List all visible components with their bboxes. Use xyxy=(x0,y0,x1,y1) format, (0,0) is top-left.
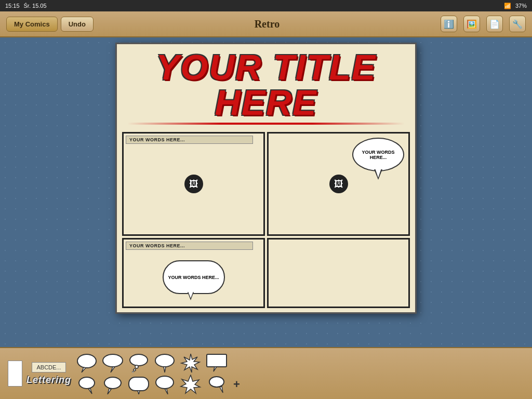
status-time: 15:15 xyxy=(5,3,20,9)
round-bubble-3[interactable] xyxy=(75,375,98,394)
comic-panel-2[interactable]: YOUR WORDS HERE... xyxy=(267,132,410,236)
small-round-bubble[interactable] xyxy=(205,375,228,394)
svg-point-8 xyxy=(155,354,174,367)
thought-bubble[interactable] xyxy=(127,353,150,373)
svg-point-7 xyxy=(132,371,134,373)
info-icon: ℹ️ xyxy=(444,19,454,29)
add-bubble-button[interactable]: + xyxy=(233,378,240,391)
panel-3-caption[interactable]: YOUR WORDS HERE... xyxy=(126,242,253,250)
star-burst-bubble[interactable] xyxy=(179,375,202,394)
svg-point-19 xyxy=(156,376,174,389)
rect-caption-bubble[interactable] xyxy=(127,375,150,394)
spiky-bubble-2[interactable] xyxy=(153,375,176,394)
svg-point-13 xyxy=(79,377,95,389)
panel-2-speech-bubble[interactable]: YOUR WORDS HERE... xyxy=(352,138,404,171)
svg-marker-3 xyxy=(111,367,115,373)
round-bubble-1[interactable] xyxy=(75,353,98,373)
svg-marker-16 xyxy=(108,389,111,394)
battery-indicator: 37% xyxy=(515,3,527,9)
text-tools: ABCDE... Lettering xyxy=(26,362,71,385)
svg-point-2 xyxy=(103,354,123,367)
svg-marker-23 xyxy=(220,387,223,393)
bubble-row-1 xyxy=(75,353,240,373)
rect-bubble[interactable] xyxy=(205,353,228,373)
oval-bubble-2[interactable] xyxy=(101,375,124,394)
bottom-panels-row: YOUR WORDS HERE... YOUR WORDS HERE... xyxy=(122,238,410,308)
my-comics-button[interactable]: My Comics xyxy=(6,17,58,32)
undo-button[interactable]: Undo xyxy=(61,17,94,32)
info-button[interactable]: ℹ️ xyxy=(441,16,457,32)
wrench-icon: 🔧 xyxy=(512,19,523,29)
toolbar: My Comics Undo Retro ℹ️ 🖼️ 📄 🔧 xyxy=(0,11,532,37)
page-title: Retro xyxy=(255,18,280,30)
panel-1-image-placeholder[interactable] xyxy=(184,175,203,193)
blank-page-item[interactable] xyxy=(8,361,22,387)
spiky-bubble-1[interactable] xyxy=(153,353,176,373)
comic-panel-1[interactable]: YOUR WORDS HERE... xyxy=(122,132,265,236)
svg-point-6 xyxy=(134,369,136,371)
svg-marker-20 xyxy=(165,389,168,394)
round-bubble-2[interactable] xyxy=(101,353,124,373)
status-bar: 15:15 Śr. 15.05 📶 37% xyxy=(0,0,532,11)
svg-marker-9 xyxy=(164,367,166,373)
comic-title[interactable]: YOUR TITLE HERE xyxy=(122,49,410,120)
bubble-row-2: + xyxy=(75,375,240,394)
document-icon: 📄 xyxy=(489,19,500,29)
comic-title-area[interactable]: YOUR TITLE HERE xyxy=(117,44,415,130)
panels-area: YOUR WORDS HERE... YOUR WORDS HERE... YO… xyxy=(117,130,415,312)
image-icon: 🖼️ xyxy=(467,19,477,29)
lettering-label[interactable]: Lettering xyxy=(26,375,71,385)
top-panels-row: YOUR WORDS HERE... YOUR WORDS HERE... xyxy=(122,132,410,236)
svg-rect-11 xyxy=(207,354,227,367)
svg-point-5 xyxy=(135,365,138,368)
image-button[interactable]: 🖼️ xyxy=(463,16,480,32)
status-date: Śr. 15.05 xyxy=(24,3,47,9)
svg-marker-14 xyxy=(88,389,92,394)
panel-2-image-placeholder[interactable] xyxy=(329,175,348,193)
white-page-rect[interactable] xyxy=(8,361,22,387)
svg-marker-18 xyxy=(138,391,140,394)
bottom-toolbar: ABCDE... Lettering xyxy=(0,347,532,399)
settings-button[interactable]: 🔧 xyxy=(509,16,526,32)
svg-point-4 xyxy=(130,354,148,366)
panel-1-caption[interactable]: YOUR WORDS HERE... xyxy=(126,136,253,144)
comic-page[interactable]: YOUR TITLE HERE YOUR WORDS HERE... YOUR … xyxy=(115,43,417,314)
panel-2-bubble-text: YOUR WORDS HERE... xyxy=(356,150,401,160)
text-input-preview[interactable]: ABCDE... xyxy=(32,362,65,373)
svg-point-0 xyxy=(77,354,96,368)
svg-marker-1 xyxy=(82,367,86,373)
svg-point-15 xyxy=(104,377,121,389)
explosion-bubble[interactable] xyxy=(179,353,202,373)
bubble-shapes-group: + xyxy=(75,353,240,394)
comic-panel-4[interactable] xyxy=(267,238,410,308)
main-canvas[interactable]: YOUR TITLE HERE YOUR WORDS HERE... YOUR … xyxy=(0,37,532,347)
comic-panel-3[interactable]: YOUR WORDS HERE... YOUR WORDS HERE... xyxy=(122,238,265,308)
svg-marker-21 xyxy=(181,375,200,393)
panel-3-speech-bubble[interactable]: YOUR WORDS HERE... xyxy=(163,260,225,294)
panel-3-bubble-text: YOUR WORDS HERE... xyxy=(168,275,219,280)
svg-point-22 xyxy=(209,377,224,387)
wifi-icon: 📶 xyxy=(504,3,511,9)
svg-marker-10 xyxy=(181,354,200,373)
svg-marker-12 xyxy=(214,367,217,371)
svg-rect-17 xyxy=(129,377,149,391)
title-underline xyxy=(127,123,405,125)
document-button[interactable]: 📄 xyxy=(486,16,503,32)
